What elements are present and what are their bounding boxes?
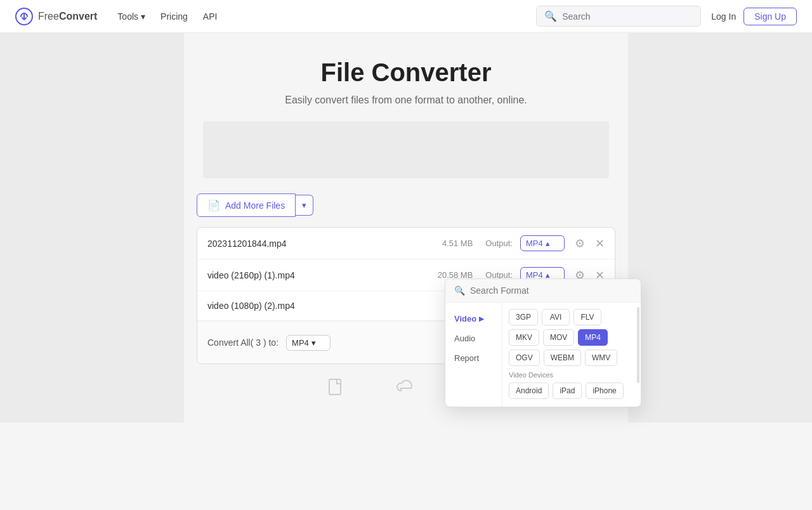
chevron-down-icon: ▾	[311, 338, 316, 348]
chevron-down-icon: ▾	[141, 11, 145, 22]
add-files-button[interactable]: 📄 Add More Files	[197, 193, 296, 217]
files-container: 202311201844.mp4 4.51 MB Output: MP4 ▴ ⚙…	[197, 227, 615, 364]
logo-icon	[15, 8, 33, 25]
main-content: File Converter Easily convert files from…	[0, 33, 812, 510]
format-btn-3gp[interactable]: 3GP	[509, 309, 538, 325]
nav-api[interactable]: API	[203, 11, 218, 22]
converter-box: 📄 Add More Files ▾ 202311201844.mp4 4.51…	[197, 193, 615, 397]
file-size: 4.51 MB	[428, 239, 473, 248]
hero-subtitle: Easily convert files from one format to …	[197, 95, 615, 106]
dropdown-body: Video ▶ Audio Report	[445, 303, 641, 407]
output-format-value: MP4	[526, 239, 543, 248]
chevron-right-icon: ▶	[479, 315, 484, 322]
top-ad-banner	[203, 121, 609, 178]
add-files-bar: 📄 Add More Files ▾	[197, 193, 615, 217]
logo[interactable]: FreeConvert	[15, 8, 97, 25]
convert-all-label: Convert All( 3 ) to:	[207, 337, 278, 348]
device-format-btn-iphone[interactable]: iPhone	[586, 383, 623, 399]
file-icon	[325, 377, 345, 397]
left-ad-sidebar	[0, 33, 184, 422]
format-dropdown: 🔍 Video ▶ Audio	[445, 278, 641, 407]
search-input[interactable]	[562, 11, 693, 22]
content-area: File Converter Easily convert files from…	[184, 33, 628, 422]
header: FreeConvert Tools ▾ Pricing API 🔍 Log In…	[0, 0, 812, 33]
page-wrapper: File Converter Easily convert files from…	[0, 33, 812, 422]
convert-all-format-value: MP4	[292, 338, 309, 348]
table-row: 202311201844.mp4 4.51 MB Output: MP4 ▴ ⚙…	[197, 228, 615, 259]
cloud-icon	[396, 377, 416, 397]
nav-tools[interactable]: Tools ▾	[117, 11, 145, 22]
convert-all-format-select[interactable]: MP4 ▾	[286, 335, 331, 351]
file-name: 202311201844.mp4	[207, 239, 421, 249]
format-btn-mov[interactable]: MOV	[543, 329, 574, 346]
format-btn-avi[interactable]: AVI	[542, 309, 570, 325]
search-icon: 🔍	[454, 285, 465, 296]
auth-buttons: Log In Sign Up	[711, 8, 797, 25]
format-btn-mp4[interactable]: MP4	[578, 329, 608, 346]
chevron-up-icon: ▴	[546, 239, 550, 248]
device-format-grid: AndroidiPadiPhone	[509, 383, 634, 399]
device-section-label: Video Devices	[509, 371, 634, 379]
format-btn-flv[interactable]: FLV	[573, 309, 601, 325]
scroll-indicator[interactable]	[637, 307, 639, 383]
search-format-input[interactable]	[470, 285, 632, 296]
settings-icon[interactable]: ⚙	[575, 237, 585, 251]
category-audio[interactable]: Audio	[445, 329, 502, 348]
output-label: Output:	[485, 239, 513, 248]
dropdown-categories: Video ▶ Audio Report	[445, 303, 502, 407]
nav-pricing[interactable]: Pricing	[160, 11, 188, 22]
file-name: video (2160p) (1).mp4	[207, 270, 421, 280]
format-grid: 3GPAVIFLVMKVMOVMP4OGVWEBMWMV	[509, 309, 634, 366]
login-button[interactable]: Log In	[711, 11, 736, 22]
chevron-down-icon: ▾	[302, 200, 306, 210]
dropdown-formats: 3GPAVIFLVMKVMOVMP4OGVWEBMWMV Video Devic…	[502, 303, 641, 407]
file-name: video (1080p) (2).mp4	[207, 301, 383, 311]
svg-rect-1	[329, 379, 341, 395]
remove-file-icon[interactable]: ✕	[595, 237, 605, 251]
category-video[interactable]: Video ▶	[445, 309, 502, 329]
file-icon-group	[325, 377, 345, 397]
hero-section: File Converter Easily convert files from…	[184, 33, 628, 121]
format-btn-wmv[interactable]: WMV	[585, 350, 617, 366]
search-format-bar: 🔍	[445, 279, 641, 303]
category-report[interactable]: Report	[445, 348, 502, 368]
page-title: File Converter	[197, 58, 615, 87]
add-files-dropdown-button[interactable]: ▾	[296, 195, 313, 216]
signup-button[interactable]: Sign Up	[743, 8, 797, 25]
logo-text: FreeConvert	[38, 11, 97, 22]
output-format-select[interactable]: MP4 ▴	[520, 235, 565, 251]
cloud-icon-group	[396, 377, 416, 397]
device-format-btn-ipad[interactable]: iPad	[553, 383, 582, 399]
file-plus-icon: 📄	[207, 199, 220, 211]
format-btn-ogv[interactable]: OGV	[509, 350, 540, 366]
search-bar[interactable]: 🔍	[536, 6, 701, 27]
main-nav: Tools ▾ Pricing API	[117, 11, 217, 22]
device-format-btn-android[interactable]: Android	[509, 383, 549, 399]
right-ad-sidebar	[628, 33, 812, 422]
format-btn-webm[interactable]: WEBM	[544, 350, 581, 366]
format-btn-mkv[interactable]: MKV	[509, 329, 539, 346]
search-icon: 🔍	[544, 10, 557, 22]
